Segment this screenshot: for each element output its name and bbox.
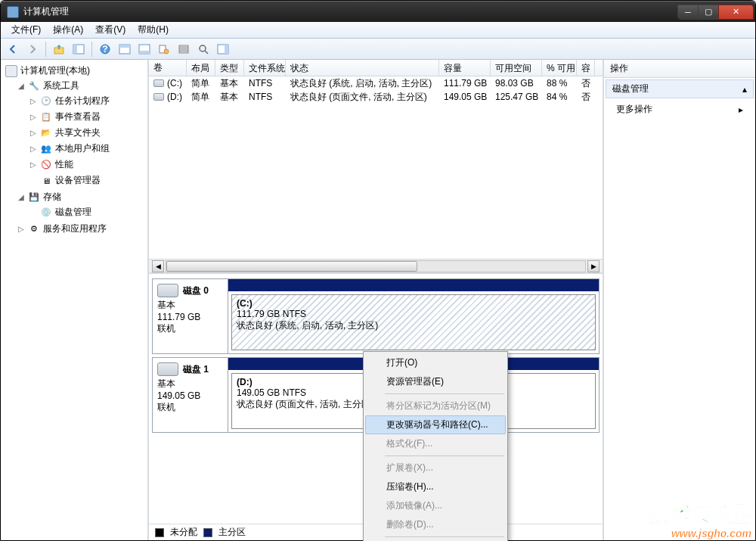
actions-pane: 操作 磁盘管理 ▴ 更多操作 ▸	[604, 60, 755, 540]
tree-shared-folders[interactable]: ▷共享文件夹	[26, 126, 147, 140]
tree-services-apps[interactable]: ▷服务和应用程序	[14, 222, 147, 236]
tree-local-users[interactable]: ▷本地用户和组	[26, 141, 147, 156]
menu-action[interactable]: 操作(A)	[47, 22, 89, 38]
col-percent[interactable]: % 可用	[542, 60, 577, 76]
toolbar-help-button[interactable]: ?	[96, 41, 114, 58]
ctx-explorer[interactable]: 资源管理器(E)	[365, 372, 506, 391]
tree-disk-management[interactable]: 磁盘管理	[26, 205, 147, 219]
toolbar-forward-button[interactable]	[23, 41, 42, 58]
toolbar-up-button[interactable]	[50, 41, 68, 58]
col-layout[interactable]: 布局	[187, 60, 215, 76]
col-volume[interactable]: 卷	[149, 60, 187, 76]
event-icon	[40, 111, 52, 123]
col-free[interactable]: 可用空间	[491, 60, 542, 76]
col-filesystem[interactable]: 文件系统	[244, 60, 286, 76]
col-capacity[interactable]: 容量	[439, 60, 491, 76]
scroll-left-button[interactable]: ◀	[152, 260, 164, 272]
legend-primary-label: 主分区	[218, 526, 246, 539]
ctx-shrink[interactable]: 压缩卷(H)...	[365, 477, 506, 496]
storage-icon	[28, 191, 40, 204]
actions-header: 操作	[604, 60, 755, 78]
toolbar-back-button[interactable]	[4, 41, 22, 58]
titlebar[interactable]: 计算机管理 ─ ▢ ✕	[1, 1, 755, 22]
scroll-thumb[interactable]	[166, 261, 417, 272]
perf-icon	[40, 159, 52, 171]
svg-point-10	[164, 49, 169, 54]
tree-storage[interactable]: ◢存储	[14, 190, 147, 204]
volume-icon	[153, 93, 164, 101]
col-status[interactable]: 状态	[286, 60, 439, 76]
toolbar-list-hatched-button[interactable]	[175, 41, 193, 58]
toolbar-view-top-button[interactable]	[116, 41, 134, 58]
menu-view[interactable]: 查看(V)	[89, 22, 132, 38]
tree-event-viewer[interactable]: ▷事件查看器	[26, 110, 147, 124]
col-fault[interactable]: 容	[577, 60, 595, 76]
legend-swatch-primary	[203, 528, 212, 537]
menu-file[interactable]: 文件(F)	[5, 22, 47, 38]
minimize-button[interactable]: ─	[677, 5, 699, 20]
volume-icon	[153, 79, 164, 87]
toolbar-settings-button[interactable]	[155, 41, 173, 58]
col-type[interactable]: 类型	[215, 60, 244, 76]
tree-task-scheduler[interactable]: ▷任务计划程序	[26, 94, 147, 108]
chevron-right-icon: ▸	[739, 104, 743, 115]
close-button[interactable]: ✕	[718, 5, 754, 20]
disk-icon	[40, 207, 52, 219]
expand-icon[interactable]: ▷	[29, 113, 37, 121]
maximize-button[interactable]: ▢	[698, 5, 719, 20]
tree-device-manager[interactable]: 设备管理器	[26, 173, 147, 188]
disk-block[interactable]: 磁盘 0 基本 111.79 GB 联机 (C:) 111.79 GB NTFS…	[152, 278, 600, 354]
partition-c[interactable]: (C:) 111.79 GB NTFS 状态良好 (系统, 启动, 活动, 主分…	[231, 294, 596, 350]
toolbar-action-pane-button[interactable]	[214, 41, 232, 58]
menu-separator	[385, 536, 504, 537]
clock-icon	[40, 95, 52, 107]
toolbar: ?	[1, 39, 755, 60]
share-icon	[40, 127, 52, 139]
volume-list: 卷 布局 类型 文件系统 状态 容量 可用空间 % 可用 容 (C:) 简单 基…	[149, 60, 603, 274]
collapse-icon[interactable]: ◢	[17, 82, 25, 90]
volume-row[interactable]: (C:) 简单 基本 NTFS 状态良好 (系统, 启动, 活动, 主分区) 1…	[149, 76, 603, 90]
expand-icon[interactable]: ▷	[29, 161, 37, 169]
toolbar-view-bottom-button[interactable]	[135, 41, 153, 58]
volume-row[interactable]: (D:) 简单 基本 NTFS 状态良好 (页面文件, 活动, 主分区) 149…	[149, 90, 603, 104]
expand-icon[interactable]: ▷	[29, 98, 37, 105]
actions-more[interactable]: 更多操作 ▸	[604, 100, 755, 119]
svg-rect-14	[225, 45, 228, 54]
ctx-add-mirror: 添加镜像(A)...	[365, 496, 506, 515]
menu-help[interactable]: 帮助(H)	[132, 22, 175, 38]
disk-info[interactable]: 磁盘 1 基本 149.05 GB 联机	[153, 358, 228, 432]
ctx-mark-active: 将分区标记为活动分区(M)	[365, 396, 506, 415]
collapse-icon[interactable]: ◢	[17, 194, 25, 201]
tree-root[interactable]: 计算机管理(本地)	[2, 64, 147, 78]
ctx-change-drive-letter[interactable]: 更改驱动器号和路径(C)...	[365, 415, 506, 434]
tree-performance[interactable]: ▷性能	[26, 157, 147, 172]
users-icon	[40, 143, 52, 155]
expand-icon[interactable]: ▷	[29, 129, 37, 137]
collapse-icon: ▴	[742, 84, 747, 95]
toolbar-show-hide-tree-button[interactable]	[70, 41, 88, 58]
svg-point-12	[200, 45, 206, 51]
actions-section-disk[interactable]: 磁盘管理 ▴	[606, 79, 754, 98]
services-icon	[28, 223, 40, 235]
disk-info[interactable]: 磁盘 0 基本 111.79 GB 联机	[153, 279, 228, 353]
context-menu[interactable]: 打开(O) 资源管理器(E) 将分区标记为活动分区(M) 更改驱动器号和路径(C…	[363, 351, 508, 541]
toolbar-search-button[interactable]	[194, 41, 212, 58]
legend-swatch-unallocated	[155, 528, 164, 537]
menubar: 文件(F) 操作(A) 查看(V) 帮助(H)	[1, 22, 755, 39]
ctx-extend: 扩展卷(X)...	[365, 459, 506, 477]
scroll-right-button[interactable]: ▶	[587, 260, 600, 272]
volume-list-header[interactable]: 卷 布局 类型 文件系统 状态 容量 可用空间 % 可用 容	[149, 60, 603, 76]
tree-system-tools[interactable]: ◢系统工具	[14, 79, 147, 93]
volume-hscroll[interactable]: ◀ ▶	[149, 259, 603, 272]
ctx-open[interactable]: 打开(O)	[365, 353, 506, 372]
window-title: 计算机管理	[23, 5, 678, 18]
expand-icon[interactable]: ▷	[17, 225, 25, 233]
wrench-icon	[28, 80, 40, 92]
expand-icon[interactable]: ▷	[29, 145, 37, 153]
nav-tree[interactable]: 计算机管理(本地) ◢系统工具 ▷任务计划程序 ▷事件查看器 ▷共享文件夹 ▷本…	[1, 60, 149, 540]
disk-header-bar	[228, 279, 599, 291]
svg-rect-8	[139, 51, 150, 54]
ctx-format: 格式化(F)...	[365, 434, 506, 453]
device-icon	[40, 175, 52, 187]
scroll-track[interactable]	[166, 260, 586, 272]
